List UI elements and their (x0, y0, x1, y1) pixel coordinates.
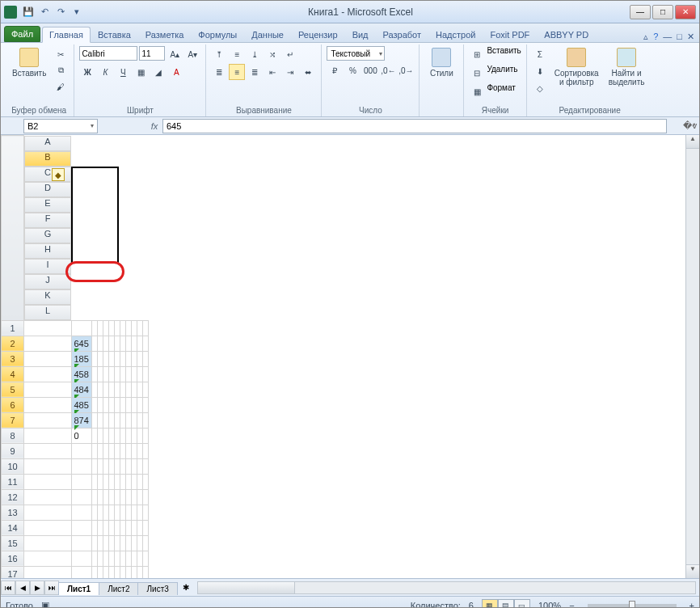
fill-icon[interactable]: ⬇ (532, 63, 548, 79)
col-header-K[interactable]: K (24, 289, 71, 305)
scroll-down-icon[interactable]: ▼ (686, 564, 699, 578)
cell-G3[interactable] (114, 351, 120, 366)
cell-C1[interactable] (91, 320, 97, 336)
cell-D11[interactable] (97, 474, 103, 489)
cell-D9[interactable] (97, 443, 103, 458)
cell-D10[interactable] (97, 458, 103, 474)
thousands-icon[interactable]: 000 (362, 62, 378, 78)
cell-B11[interactable] (71, 474, 91, 489)
tab-foxit[interactable]: Foxit PDF (483, 27, 537, 42)
cell-H6[interactable] (120, 397, 125, 412)
cell-E17[interactable] (103, 566, 108, 578)
font-color-button[interactable]: A (168, 64, 184, 80)
cell-K3[interactable] (137, 351, 142, 366)
col-header-D[interactable]: D (24, 182, 71, 197)
view-pagebreak-icon[interactable]: ▭ (514, 599, 530, 609)
cell-J5[interactable] (131, 382, 137, 397)
row-header-12[interactable]: 12 (2, 489, 24, 505)
cell-C8[interactable] (91, 428, 97, 443)
cell-K10[interactable] (137, 458, 142, 474)
cell-J13[interactable] (131, 505, 137, 520)
clear-icon[interactable]: ◇ (532, 80, 548, 96)
sheet-nav-first-icon[interactable]: ⏮ (1, 581, 15, 595)
cell-J3[interactable] (131, 351, 137, 366)
cut-icon[interactable]: ✂ (53, 46, 69, 62)
cell-E15[interactable] (103, 535, 108, 551)
shrink-font-icon[interactable]: A▾ (184, 46, 200, 62)
cell-L8[interactable] (142, 428, 148, 443)
view-normal-icon[interactable]: ▦ (482, 599, 498, 609)
zoom-level[interactable]: 100% (538, 601, 561, 609)
paste-button[interactable]: Вставить (9, 46, 49, 79)
cell-L9[interactable] (142, 443, 148, 458)
cell-C12[interactable] (91, 489, 97, 505)
cell-I11[interactable] (125, 474, 131, 489)
cell-L1[interactable] (142, 320, 148, 336)
format-painter-icon[interactable]: 🖌 (53, 78, 69, 95)
cell-I10[interactable] (125, 458, 131, 474)
cell-J10[interactable] (131, 458, 137, 474)
doc-restore-icon[interactable]: □ (677, 32, 682, 42)
cell-F5[interactable] (108, 382, 114, 397)
cell-A13[interactable] (24, 505, 72, 520)
doc-min-icon[interactable]: — (663, 32, 672, 42)
align-right-icon[interactable]: ≣ (247, 64, 263, 80)
cell-J15[interactable] (131, 535, 137, 551)
cell-C5[interactable] (91, 382, 97, 397)
formula-bar[interactable]: 645 (162, 119, 667, 133)
cell-B16[interactable] (71, 551, 91, 566)
fx-icon[interactable]: fx (146, 121, 162, 131)
cell-G17[interactable] (114, 566, 120, 578)
zoom-thumb[interactable] (629, 601, 635, 609)
cell-A5[interactable] (24, 382, 72, 397)
cell-B10[interactable] (71, 458, 91, 474)
cell-F8[interactable] (108, 428, 114, 443)
cell-B14[interactable] (71, 520, 91, 535)
cells-delete-icon[interactable]: ⊟ (469, 65, 485, 81)
col-header-I[interactable]: I (24, 259, 71, 274)
cell-E9[interactable] (103, 443, 108, 458)
redo-icon[interactable]: ↷ (54, 6, 67, 19)
tab-formulas[interactable]: Формулы (191, 27, 244, 42)
cell-B15[interactable] (71, 535, 91, 551)
cell-G1[interactable] (114, 320, 120, 336)
cell-I13[interactable] (125, 505, 131, 520)
cell-I5[interactable] (125, 382, 131, 397)
cell-F13[interactable] (108, 505, 114, 520)
autosum-icon[interactable]: Σ (532, 46, 548, 62)
grow-font-icon[interactable]: A▴ (167, 46, 183, 62)
cell-D7[interactable] (97, 412, 103, 428)
cell-C9[interactable] (91, 443, 97, 458)
fill-color-button[interactable]: ◢ (150, 64, 167, 80)
cell-L16[interactable] (142, 551, 148, 566)
align-left-icon[interactable]: ≣ (211, 64, 227, 80)
cell-K9[interactable] (137, 443, 142, 458)
cell-H15[interactable] (120, 535, 125, 551)
minimize-button[interactable]: — (630, 5, 651, 19)
cell-A16[interactable] (24, 551, 72, 566)
col-header-F[interactable]: F (24, 213, 71, 228)
cell-I3[interactable] (125, 351, 131, 366)
cell-D1[interactable] (97, 320, 103, 336)
cell-J7[interactable] (131, 412, 137, 428)
cell-B4[interactable]: 458 (71, 366, 91, 382)
cell-E16[interactable] (103, 551, 108, 566)
cell-H14[interactable] (120, 520, 125, 535)
cell-K17[interactable] (137, 566, 142, 578)
cell-E8[interactable] (103, 428, 108, 443)
cell-A4[interactable] (24, 366, 72, 382)
cell-C3[interactable] (91, 351, 97, 366)
cell-I12[interactable] (125, 489, 131, 505)
save-icon[interactable]: 💾 (22, 6, 35, 19)
cell-K12[interactable] (137, 489, 142, 505)
cell-H3[interactable] (120, 351, 125, 366)
scroll-up-icon[interactable]: ▲ (686, 135, 699, 149)
cell-B12[interactable] (71, 489, 91, 505)
vertical-scrollbar[interactable]: ▲ ▼ (685, 135, 699, 578)
cell-L10[interactable] (142, 458, 148, 474)
cell-D4[interactable] (97, 366, 103, 382)
styles-button[interactable]: Стили (424, 46, 458, 79)
qat-dropdown-icon[interactable]: ▾ (70, 6, 83, 19)
row-header-7[interactable]: 7 (2, 412, 24, 428)
tab-insert[interactable]: Вставка (91, 27, 138, 42)
